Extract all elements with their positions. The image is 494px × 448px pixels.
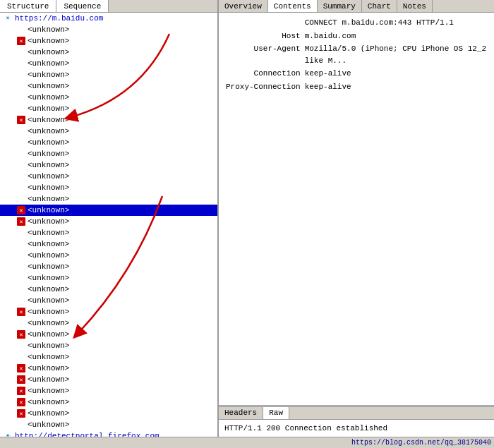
tab-overview[interactable]: Overview: [219, 0, 268, 12]
tree-list-item[interactable]: ✕<unknown>: [0, 114, 217, 126]
left-panel-tabs: Structure Sequence: [0, 0, 217, 13]
request-section: CONNECT m.baidu.com:443 HTTP/1.1 Host m.…: [219, 13, 494, 405]
tab-raw[interactable]: Raw: [263, 407, 289, 419]
tree-item-label: <unknown>: [28, 183, 69, 192]
req-val: keep-alive: [305, 68, 487, 80]
tree-item-label: <unknown>: [28, 59, 69, 68]
tree-item-label: <unknown>: [28, 71, 69, 79]
tree-list-item[interactable]: <unknown>: [0, 272, 217, 284]
error-icon: ✕: [17, 387, 25, 395]
error-icon: ✕: [17, 116, 25, 124]
tree-list-item[interactable]: <unknown>: [0, 351, 217, 363]
tree-list-item[interactable]: <unknown>: [0, 171, 217, 182]
tree-list-item[interactable]: <unknown>: [0, 317, 217, 329]
tree-list-item[interactable]: ✕<unknown>: [0, 205, 217, 216]
tree-list-item[interactable]: <unknown>: [0, 261, 217, 272]
tree-list-item[interactable]: ✕<unknown>: [0, 396, 217, 408]
tree-item-label: <unknown>: [28, 161, 69, 169]
tree-item-label: <unknown>: [28, 353, 69, 361]
tree-item-label: <unknown>: [28, 127, 69, 135]
tab-chart[interactable]: Chart: [362, 0, 397, 12]
tree-list-item[interactable]: <unknown>: [0, 295, 217, 306]
tree-item-label: <unknown>: [28, 409, 69, 418]
tree-item-label: <unknown>: [28, 93, 69, 102]
tree-item-label: <unknown>: [28, 387, 69, 395]
tree-item-label: <unknown>: [28, 375, 69, 384]
tab-notes[interactable]: Notes: [397, 0, 433, 12]
tree-root-item[interactable]: ☀http://detectportal.firefox.com: [0, 430, 217, 437]
tree-item-label: http://detectportal.firefox.com: [15, 432, 159, 437]
tree-item-label: <unknown>: [28, 285, 69, 293]
globe-icon: ☀: [3, 13, 13, 23]
tree-list-item[interactable]: <unknown>: [0, 284, 217, 295]
tree-item-label: <unknown>: [28, 398, 69, 406]
tree-list-item[interactable]: <unknown>: [0, 80, 217, 92]
error-icon: ✕: [17, 398, 25, 406]
tree-item-label: <unknown>: [28, 251, 69, 260]
tree-list-item[interactable]: ✕<unknown>: [0, 408, 217, 419]
tree-list-item[interactable]: ✕<unknown>: [0, 374, 217, 385]
tree-list-item[interactable]: <unknown>: [0, 148, 217, 159]
req-key: User-Agent: [226, 43, 303, 66]
tree-list-item[interactable]: ✕<unknown>: [0, 216, 217, 227]
tree-container[interactable]: ☀https://m.baidu.com<unknown>✕<unknown><…: [0, 13, 217, 437]
tree-item-label: <unknown>: [28, 195, 69, 203]
globe-icon: ☀: [3, 431, 13, 437]
table-row: CONNECT m.baidu.com:443 HTTP/1.1: [226, 17, 487, 29]
tree-item-label: <unknown>: [28, 217, 69, 226]
req-key: Host: [226, 30, 303, 42]
tree-item-label: <unknown>: [28, 48, 69, 56]
tree-item-label: https://m.baidu.com: [15, 14, 103, 23]
right-panel: Overview Contents Summary Chart Notes: [219, 0, 494, 437]
req-val: keep-alive: [305, 81, 487, 93]
error-icon: ✕: [17, 375, 25, 384]
tab-headers[interactable]: Headers: [219, 407, 263, 419]
tree-list-item[interactable]: <unknown>: [0, 137, 217, 148]
tree-item-label: <unknown>: [28, 296, 69, 305]
tree-list-item[interactable]: ✕<unknown>: [0, 35, 217, 47]
left-panel: Structure Sequence ☀https://m.baidu.com<…: [0, 0, 219, 437]
tree-item-label: <unknown>: [28, 138, 69, 147]
tree-list-item[interactable]: <unknown>: [0, 250, 217, 261]
tree-item-label: <unknown>: [28, 172, 69, 181]
tree-list-item[interactable]: ✕<unknown>: [0, 385, 217, 396]
tree-list-item[interactable]: <unknown>: [0, 58, 217, 69]
table-row: Connection keep-alive: [226, 68, 487, 80]
tree-list-item[interactable]: <unknown>: [0, 419, 217, 430]
tree-list-item[interactable]: <unknown>: [0, 159, 217, 171]
tree-root-item[interactable]: ☀https://m.baidu.com: [0, 13, 217, 24]
tree-list-item[interactable]: <unknown>: [0, 182, 217, 193]
tab-summary[interactable]: Summary: [318, 0, 362, 12]
tree-list-item[interactable]: <unknown>: [0, 103, 217, 114]
tree-item-label: <unknown>: [28, 25, 69, 34]
tree-list-item[interactable]: ✕<unknown>: [0, 363, 217, 374]
tree-list-item[interactable]: <unknown>: [0, 227, 217, 238]
tree-item-label: <unknown>: [28, 240, 69, 248]
tree-list-item[interactable]: <unknown>: [0, 24, 217, 35]
tree-list-item[interactable]: ✕<unknown>: [0, 329, 217, 340]
tree-list-item[interactable]: <unknown>: [0, 238, 217, 250]
tab-contents[interactable]: Contents: [268, 0, 318, 12]
tree-list-item[interactable]: ✕<unknown>: [0, 306, 217, 317]
error-icon: ✕: [17, 409, 25, 418]
req-key: Proxy-Connection: [226, 81, 303, 93]
tree-item-label: <unknown>: [28, 274, 69, 282]
tree-list-item[interactable]: <unknown>: [0, 126, 217, 137]
tree-list-item[interactable]: <unknown>: [0, 69, 217, 80]
req-val: Mozilla/5.0 (iPhone; CPU iPhone OS 12_2 …: [305, 43, 487, 66]
tree-list-item[interactable]: <unknown>: [0, 92, 217, 103]
tree-list-item[interactable]: <unknown>: [0, 340, 217, 351]
tree-item-label: <unknown>: [28, 330, 69, 339]
tab-structure[interactable]: Structure: [0, 0, 56, 12]
tree-item-label: <unknown>: [28, 319, 69, 327]
tree-item-label: <unknown>: [28, 420, 69, 429]
tree-item-label: <unknown>: [28, 150, 69, 158]
tree-list-item[interactable]: <unknown>: [0, 193, 217, 205]
response-body: HTTP/1.1 200 Connection established: [219, 420, 494, 437]
table-row: User-Agent Mozilla/5.0 (iPhone; CPU iPho…: [226, 43, 487, 66]
tree-list-item[interactable]: <unknown>: [0, 47, 217, 58]
error-icon: ✕: [17, 37, 25, 45]
error-icon: ✕: [17, 217, 25, 226]
tab-sequence[interactable]: Sequence: [56, 0, 109, 12]
tree-item-label: <unknown>: [28, 308, 69, 316]
